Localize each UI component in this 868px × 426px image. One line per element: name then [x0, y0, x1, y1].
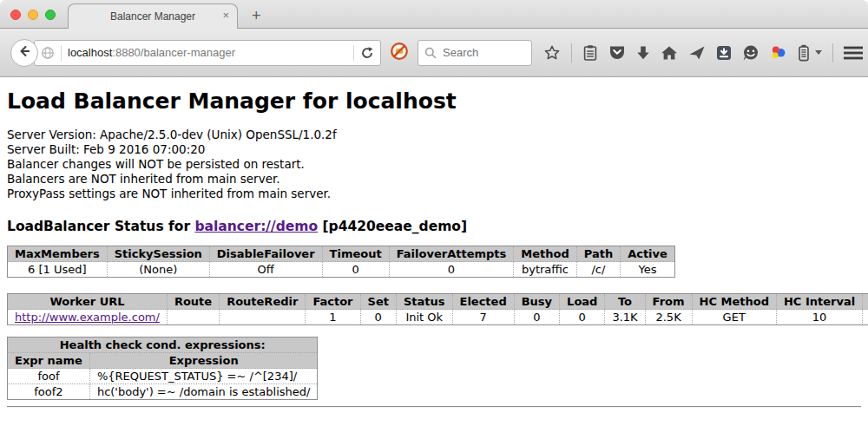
cell-routeredir — [220, 310, 306, 325]
plugin-blocked-button[interactable] — [390, 42, 409, 64]
column-header: Worker URL — [8, 294, 168, 310]
window-controls — [10, 10, 56, 20]
toolbar-separator — [571, 43, 572, 62]
home-icon[interactable] — [661, 45, 678, 61]
column-header: MaxMembers — [8, 246, 108, 262]
status-heading-prefix: LoadBalancer Status for — [7, 219, 194, 234]
notice-line: Balancers are NOT inherited from main se… — [7, 172, 861, 187]
page-content: Load Balancer Manager for localhost Serv… — [0, 77, 868, 425]
cell-factor: 1 — [306, 310, 360, 325]
window-zoom-button[interactable] — [45, 10, 56, 20]
cell-to: 3.1K — [605, 310, 645, 325]
cell-failoverattempts: 0 — [389, 262, 514, 278]
health-table-title: Health check cond. expressions: — [8, 338, 318, 353]
reload-button[interactable] — [360, 46, 374, 60]
page-title: Load Balancer Manager for localhost — [7, 77, 861, 128]
colored-dots-icon[interactable] — [770, 44, 787, 62]
column-header: HC Method — [692, 294, 776, 310]
cell-active: Yes — [621, 262, 675, 278]
column-header: Expression — [89, 353, 318, 369]
window-close-button[interactable] — [10, 10, 21, 20]
pocket-icon[interactable] — [608, 44, 626, 61]
notice-line: Balancer changes will NOT be persisted o… — [7, 157, 861, 172]
column-header: Path — [576, 246, 620, 262]
url-input[interactable]: localhost:8880/balancer-manager — [68, 46, 347, 59]
table-title-row: Health check cond. expressions: — [8, 338, 318, 353]
toolbar-separator — [832, 43, 833, 62]
cell-passes: 1 (0) — [863, 310, 868, 325]
column-header: RouteRedir — [220, 294, 306, 310]
url-path: :8880/balancer-manager — [112, 46, 235, 59]
column-header: FailoverAttempts — [389, 246, 514, 262]
notice-line: ProxyPass settings are NOT inherited fro… — [7, 187, 861, 201]
column-header: Set — [360, 294, 396, 310]
health-check-expressions-table: Health check cond. expressions: Expr nam… — [7, 337, 318, 400]
cell-route — [167, 310, 219, 325]
bookmark-star-icon[interactable] — [543, 44, 561, 62]
column-header: DisableFailover — [209, 246, 322, 262]
search-icon — [424, 47, 437, 59]
server-info: Server Version: Apache/2.5.0-dev (Unix) … — [7, 128, 861, 201]
url-bar[interactable]: localhost:8880/balancer-manager — [34, 40, 381, 66]
table-header-row: Expr name Expression — [8, 353, 318, 369]
browser-tab[interactable]: Balancer Manager × — [68, 3, 238, 29]
column-header: HC Interval — [776, 294, 862, 310]
column-header: To — [605, 294, 645, 310]
table-row: foof2 hc('body') =~ /domain is establish… — [8, 384, 318, 400]
column-header: Active — [621, 246, 675, 262]
table-row: http://www.example.com/ 1 0 Init Ok 7 0 … — [8, 310, 868, 325]
cell-method: bytraffic — [514, 262, 576, 278]
cell-stickysession: (None) — [107, 262, 209, 278]
server-version-line: Server Version: Apache/2.5.0-dev (Unix) … — [7, 128, 861, 142]
cell-busy: 0 — [514, 310, 559, 325]
back-button[interactable] — [10, 39, 38, 67]
urlbar-divider — [353, 45, 354, 61]
globe-icon — [41, 46, 55, 60]
cell-hc-interval: 10 — [776, 310, 862, 325]
cell-status: Init Ok — [396, 310, 452, 325]
cell-expression: %{REQUEST_STATUS} =~ /^[234]/ — [89, 369, 318, 384]
column-header: Elected — [452, 294, 514, 310]
send-icon[interactable] — [688, 45, 706, 61]
search-input[interactable] — [441, 45, 525, 60]
loadbalancer-status-heading: LoadBalancer Status for balancer://demo … — [7, 219, 861, 234]
column-header: Status — [396, 294, 452, 310]
new-tab-button[interactable]: + — [252, 8, 261, 23]
cell-expression: hc('body') =~ /domain is established/ — [89, 384, 318, 400]
cell-elected: 7 — [452, 310, 514, 325]
column-header: Route — [167, 294, 219, 310]
column-header: Method — [514, 246, 576, 262]
navigation-toolbar: localhost:8880/balancer-manager — [0, 29, 868, 77]
search-bar[interactable] — [418, 40, 532, 66]
chat-smiley-icon[interactable] — [742, 44, 760, 62]
dropdown-caret-icon[interactable] — [815, 50, 822, 55]
column-header: Expr name — [8, 353, 90, 369]
cell-maxmembers: 6 [1 Used] — [8, 262, 108, 278]
cell-hc-method: GET — [692, 310, 776, 325]
table-header-row: MaxMembers StickySession DisableFailover… — [8, 246, 675, 262]
worker-url-link[interactable]: http://www.example.com/ — [15, 311, 160, 324]
cell-set: 0 — [360, 310, 396, 325]
worker-status-table: Worker URL Route RouteRedir Factor Set S… — [7, 293, 868, 325]
balancer-demo-link[interactable]: balancer://demo — [194, 219, 318, 234]
table-row: 6 [1 Used] (None) Off 0 0 bytraffic /c/ … — [8, 262, 675, 278]
menu-icon[interactable] — [844, 46, 863, 60]
download-box-icon[interactable] — [716, 45, 732, 61]
column-header: Load — [560, 294, 605, 310]
window-minimize-button[interactable] — [28, 10, 38, 20]
clipboard-icon[interactable] — [582, 44, 598, 62]
tab-close-icon[interactable]: × — [222, 10, 229, 21]
column-header: Timeout — [322, 246, 389, 262]
battery-icon[interactable] — [798, 44, 810, 62]
cell-from: 2.5K — [645, 310, 692, 325]
cell-disablefailover: Off — [209, 262, 322, 278]
server-built-line: Server Built: Feb 9 2016 07:00:20 — [7, 142, 861, 157]
balancer-settings-table: MaxMembers StickySession DisableFailover… — [7, 246, 675, 278]
tab-title: Balancer Manager — [110, 10, 195, 23]
download-icon[interactable] — [636, 45, 650, 61]
cell-expr-name: foof2 — [8, 384, 90, 400]
cell-load: 0 — [560, 310, 605, 325]
table-header-row: Worker URL Route RouteRedir Factor Set S… — [8, 294, 868, 310]
column-header: Busy — [514, 294, 559, 310]
column-header: Factor — [306, 294, 360, 310]
